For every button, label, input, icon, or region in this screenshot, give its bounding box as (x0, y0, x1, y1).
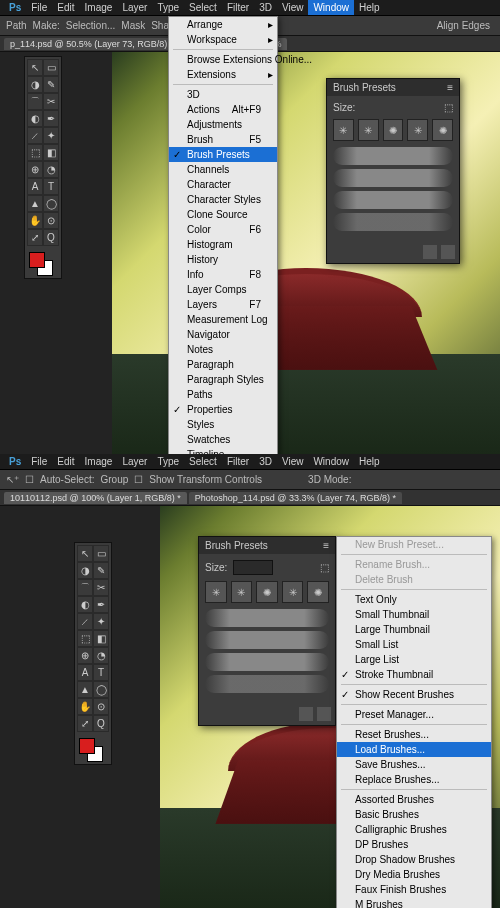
tool[interactable]: ⊙ (43, 212, 59, 229)
menu-item[interactable]: Character Styles (169, 192, 277, 207)
menu-window[interactable]: Window (308, 0, 354, 15)
menu-item[interactable]: Channels (169, 162, 277, 177)
brush-presets-panel[interactable]: Brush Presets≡ Size:⬚ ✳✳✺✳✺ (326, 78, 460, 264)
menu-help[interactable]: Help (354, 454, 385, 469)
menu-3d[interactable]: 3D (254, 0, 277, 15)
menu-image[interactable]: Image (80, 0, 118, 15)
brush-preset[interactable]: ✳ (205, 581, 227, 603)
tool[interactable]: ◧ (43, 144, 59, 161)
menu-item[interactable]: InfoF8 (169, 267, 277, 282)
menu-item[interactable]: Paths (169, 387, 277, 402)
menu-item[interactable]: LayersF7 (169, 297, 277, 312)
tool[interactable]: ✋ (77, 698, 93, 715)
brush-toggle-icon[interactable]: ⬚ (444, 102, 453, 113)
color-swatch[interactable] (27, 250, 59, 276)
menu-item[interactable]: Clone Source (169, 207, 277, 222)
menu-item[interactable]: Properties (169, 402, 277, 417)
menu-item[interactable]: BrushF5 (169, 132, 277, 147)
menu-item[interactable]: Assorted Brushes (337, 792, 491, 807)
brush-toggle-icon[interactable]: ⬚ (320, 562, 329, 573)
brush-preset[interactable]: ✳ (282, 581, 304, 603)
tool[interactable]: ⊕ (77, 647, 93, 664)
opt-mask[interactable]: Mask (121, 20, 145, 31)
menu-file[interactable]: File (26, 454, 52, 469)
menu-item[interactable]: Basic Brushes (337, 807, 491, 822)
new-brush-icon[interactable] (423, 245, 437, 259)
menu-filter[interactable]: Filter (222, 0, 254, 15)
menu-edit[interactable]: Edit (52, 454, 79, 469)
menu-item[interactable]: Swatches (169, 432, 277, 447)
tool[interactable]: ↖ (27, 59, 43, 76)
brush-preset[interactable]: ✺ (307, 581, 329, 603)
tool[interactable]: ◧ (93, 630, 109, 647)
menu-help[interactable]: Help (354, 0, 385, 15)
menu-item[interactable]: Stroke Thumbnail (337, 667, 491, 682)
opt-transform[interactable]: Show Transform Controls (149, 474, 262, 485)
menu-type[interactable]: Type (152, 0, 184, 15)
brush-stroke-preview[interactable] (205, 631, 329, 649)
menu-item[interactable]: Timeline (169, 447, 277, 454)
tool[interactable]: ⬚ (27, 144, 43, 161)
menu-view[interactable]: View (277, 454, 309, 469)
tool[interactable]: ✎ (93, 562, 109, 579)
tool[interactable]: ◯ (93, 681, 109, 698)
menu-item[interactable]: Extensions (169, 67, 277, 82)
menu-layer[interactable]: Layer (117, 0, 152, 15)
menu-item[interactable]: Paragraph (169, 357, 277, 372)
foreground-color[interactable] (29, 252, 45, 268)
delete-brush-icon[interactable] (441, 245, 455, 259)
opt-autoselect[interactable]: Auto-Select: (40, 474, 94, 485)
brush-preset[interactable]: ✳ (333, 119, 354, 141)
menu-item[interactable]: DP Brushes (337, 837, 491, 852)
tool[interactable]: Q (43, 229, 59, 246)
menu-3d[interactable]: 3D (254, 454, 277, 469)
menu-item[interactable]: Styles (169, 417, 277, 432)
menu-item[interactable]: Arrange (169, 17, 277, 32)
menu-window[interactable]: Window (308, 454, 354, 469)
tool[interactable]: ⌒ (27, 93, 43, 110)
menu-filter[interactable]: Filter (222, 454, 254, 469)
menu-item[interactable]: Layer Comps (169, 282, 277, 297)
menu-item[interactable]: Large Thumbnail (337, 622, 491, 637)
menu-item[interactable]: Dry Media Brushes (337, 867, 491, 882)
tool[interactable]: ◔ (93, 647, 109, 664)
menu-type[interactable]: Type (152, 454, 184, 469)
tool[interactable]: ▲ (27, 195, 43, 212)
tool[interactable]: A (27, 178, 43, 195)
menu-item[interactable]: Histogram (169, 237, 277, 252)
menu-item[interactable]: Show Recent Brushes (337, 687, 491, 702)
menu-item[interactable]: Drop Shadow Brushes (337, 852, 491, 867)
opt-group[interactable]: Group (100, 474, 128, 485)
tool[interactable]: ✂ (93, 579, 109, 596)
menu-view[interactable]: View (277, 0, 309, 15)
tool[interactable]: ✎ (43, 76, 59, 93)
document-tab[interactable]: p_114.psd @ 50.5% (Layer 73, RGB/8) * (4, 38, 179, 50)
menu-item[interactable]: Workspace (169, 32, 277, 47)
tool[interactable]: ◑ (77, 562, 93, 579)
tool[interactable]: ✦ (93, 613, 109, 630)
tool[interactable]: ⌒ (77, 579, 93, 596)
tool[interactable]: ◐ (27, 110, 43, 127)
menu-item[interactable]: M Brushes (337, 897, 491, 908)
menu-item[interactable]: Replace Brushes... (337, 772, 491, 787)
menu-item[interactable]: Paragraph Styles (169, 372, 277, 387)
menu-item[interactable]: 3D (169, 87, 277, 102)
menu-edit[interactable]: Edit (52, 0, 79, 15)
tool[interactable]: A (77, 664, 93, 681)
menu-item[interactable]: Browse Extensions Online... (169, 52, 277, 67)
brush-preset[interactable]: ✺ (256, 581, 278, 603)
menu-item[interactable]: Load Brushes... (337, 742, 491, 757)
menu-item[interactable]: Small List (337, 637, 491, 652)
menu-item[interactable]: Save Brushes... (337, 757, 491, 772)
brush-preset[interactable]: ✳ (407, 119, 428, 141)
menu-select[interactable]: Select (184, 454, 222, 469)
new-brush-icon[interactable] (299, 707, 313, 721)
tool[interactable]: ↖ (77, 545, 93, 562)
brush-presets-panel[interactable]: Brush Presets≡ Size:⬚ ✳✳✺✳✺ (198, 536, 336, 726)
tool[interactable]: ⬚ (77, 630, 93, 647)
tool[interactable]: ⊙ (93, 698, 109, 715)
tool[interactable]: ⟋ (77, 613, 93, 630)
size-input[interactable] (233, 560, 273, 575)
menu-item[interactable]: Reset Brushes... (337, 727, 491, 742)
tool[interactable]: T (43, 178, 59, 195)
